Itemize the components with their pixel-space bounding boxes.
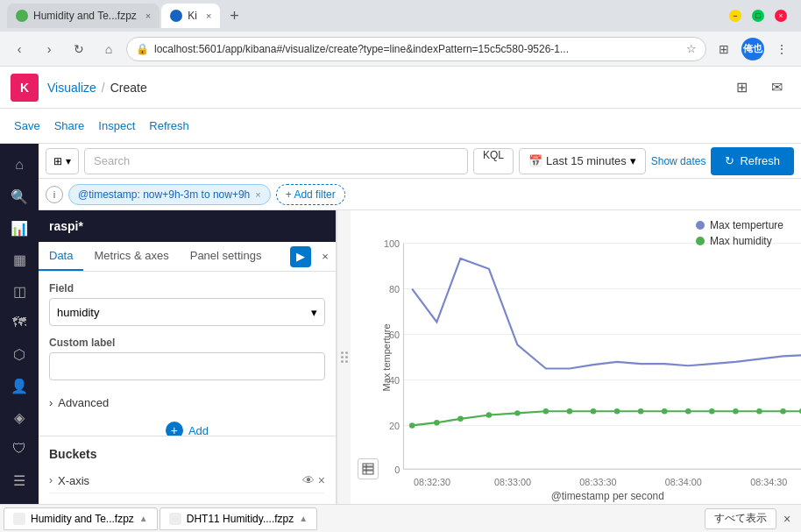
buckets-title: Buckets [49,447,325,461]
add-button[interactable]: + Add [49,415,325,436]
bottom-tab-1-chevron[interactable]: ▲ [139,514,148,523]
field-value: humidity [57,306,99,319]
sidebar-icon-dashboard[interactable]: ▦ [5,245,33,273]
menu-button[interactable]: ⋮ [769,37,794,61]
mail-button[interactable]: ✉ [762,74,790,102]
bookmark-icon[interactable]: ☆ [686,42,697,55]
reload-button[interactable]: ↻ [67,37,91,61]
y-axis-label: Max temperture [381,323,392,391]
filter-chip[interactable]: @timestamp: now+9h-3m to now+9h × [68,184,271,205]
save-button[interactable]: Save [14,119,40,132]
bottom-right: すべて表示 × [705,508,797,529]
x-label-2: 08:33:00 [494,477,531,487]
tab-2[interactable]: Ki × [161,4,220,28]
show-dates-link[interactable]: Show dates [651,155,706,167]
share-button[interactable]: Share [54,119,85,132]
sidebar-icon-discover[interactable]: 🔍 [5,182,33,210]
buckets-section: Buckets › X-axis 👁 × [39,436,336,504]
bucket-item-xaxis: › X-axis 👁 × [49,468,325,493]
share-screen-button[interactable]: ⊞ [727,74,755,102]
panel-close-button[interactable]: × [315,246,336,267]
sidebar-icon-siem[interactable]: 🛡 [5,435,33,463]
filter-chip-close[interactable]: × [255,189,260,200]
chart-table-icon[interactable] [358,458,379,479]
sidebar-icon-visualize[interactable]: 📊 [5,214,33,242]
close-button[interactable]: × [775,10,787,22]
time-picker[interactable]: 📅 Last 15 minutes ▾ [519,148,646,174]
titlebar: Humidity and Te...fzpz × Ki × + − □ × [0,0,801,32]
back-button[interactable]: ‹ [7,37,32,61]
search-placeholder: Search [94,154,130,167]
humidity-point-3 [457,416,463,422]
sidebar-icon-canvas[interactable]: ◫ [5,277,33,305]
tab-1-label: Humidity and Te...fzpz [33,10,137,22]
custom-label-input[interactable] [49,352,325,380]
humidity-point-15 [756,408,762,414]
bucket-chevron-icon[interactable]: › [49,474,53,486]
address-text: localhost:5601/app/kibana#/visualize/cre… [154,43,681,55]
minimize-button[interactable]: − [729,10,741,22]
panel-content: Field humidity ▾ Custom label › Advanced [39,272,336,436]
sidebar-icon-logs[interactable]: ☰ [5,466,33,494]
show-all-button[interactable]: すべて表示 [705,508,776,529]
bottom-tab-1-icon [13,513,25,525]
sidebar-icon-apm[interactable]: ◈ [5,403,33,431]
bottom-tab-2[interactable]: DHT11 Humitidy....fzpz ▲ [159,507,317,530]
inspect-button[interactable]: Inspect [98,119,135,132]
sidebar-icon-ml[interactable]: ⬡ [5,340,33,368]
legend-item-humidity: Max humidity [696,235,783,247]
home-button[interactable]: ⌂ [96,37,121,61]
add-filter-button[interactable]: + Add filter [276,184,345,205]
calendar-icon: 📅 [528,154,542,167]
lock-icon: 🔒 [136,43,149,55]
panel-title: raspi* [49,219,83,233]
tab-panel-settings[interactable]: Panel settings [180,242,273,271]
tab-data[interactable]: Data [39,242,83,271]
field-chevron-icon: ▾ [311,306,317,319]
forward-button[interactable]: › [37,37,61,61]
svg-rect-1 [363,467,373,470]
tab-1[interactable]: Humidity and Te...fzpz × [7,4,159,28]
humidity-point-13 [709,408,714,414]
new-tab-button[interactable]: + [222,4,246,28]
bucket-delete-icon[interactable]: × [318,473,325,487]
field-select[interactable]: humidity ▾ [49,298,325,326]
bucket-visibility-icon[interactable]: 👁 [302,473,315,487]
field-label: Field [49,282,325,294]
query-type-button[interactable]: ⊞ ▾ [46,148,79,174]
extensions-button[interactable]: ⊞ [712,37,736,61]
tab-1-close[interactable]: × [145,11,151,21]
panel-layout: raspi* Data Metrics & axes Panel setting… [39,210,801,504]
sidebar-icon-maps[interactable]: 🗺 [5,309,33,337]
bottom-close-button[interactable]: × [776,508,797,529]
bottom-tab-1[interactable]: Humidity and Te...fzpz ▲ [4,507,158,530]
tab-metrics-axes[interactable]: Metrics & axes [83,242,179,271]
humidity-point-12 [685,408,691,414]
filter-info-icon[interactable]: i [46,186,63,203]
bottom-tab-2-chevron[interactable]: ▲ [299,514,308,523]
sidebar-icon-infra[interactable]: 👤 [5,372,33,400]
refresh-label: Refresh [740,154,780,167]
humidity-point-7 [567,408,572,414]
kql-button[interactable]: KQL [473,148,514,174]
address-box[interactable]: 🔒 localhost:5601/app/kibana#/visualize/c… [126,37,706,61]
search-input[interactable]: Search [84,148,468,174]
profile-avatar[interactable]: 俺也 [741,38,764,60]
advanced-row[interactable]: › Advanced [49,391,325,415]
resize-handle[interactable] [337,210,351,504]
toolbar-refresh-button[interactable]: Refresh [149,119,189,132]
legend-label-temperature: Max temperture [710,219,783,231]
tab-2-close[interactable]: × [206,11,211,21]
header-actions: ⊞ ✉ [727,74,790,102]
legend-label-humidity: Max humidity [710,235,772,247]
svg-rect-0 [363,464,373,466]
advanced-label: Advanced [58,396,109,409]
bottom-tab-2-label: DHT11 Humitidy....fzpz [187,513,294,525]
sidebar-icon-home[interactable]: ⌂ [5,151,33,179]
tab-list: Humidity and Te...fzpz × Ki × + [7,4,722,28]
breadcrumb-parent[interactable]: Visualize [47,81,96,95]
maximize-button[interactable]: □ [752,10,764,22]
run-button[interactable]: ▶ [290,246,311,267]
panel-tab-actions: ▶ × [290,242,336,271]
refresh-button[interactable]: ↻ Refresh [711,147,794,175]
